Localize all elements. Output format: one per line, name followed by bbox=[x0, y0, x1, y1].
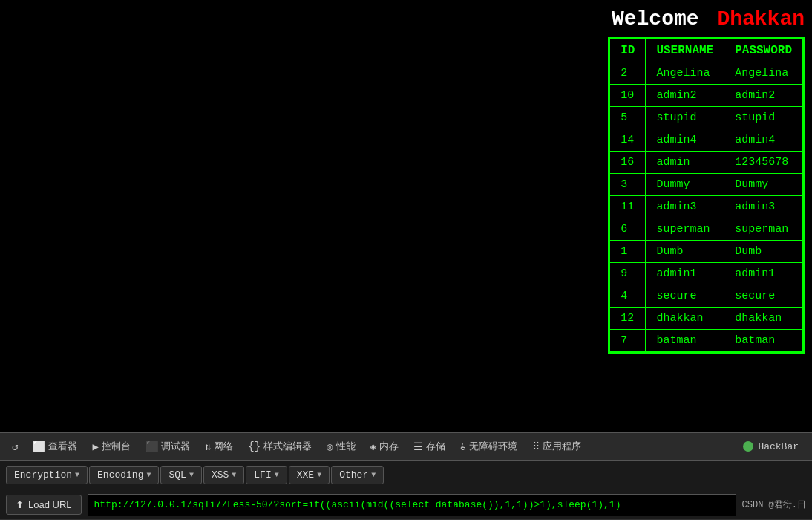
encryption-button[interactable]: Encryption ▼ bbox=[6, 466, 88, 484]
cell-password: admin2 bbox=[724, 85, 803, 107]
cell-password: superman bbox=[724, 218, 803, 241]
welcome-text: Welcome bbox=[612, 7, 699, 30]
cell-username: secure bbox=[646, 285, 724, 308]
table-row: 4securesecure bbox=[610, 285, 803, 308]
inspector-label: 查看器 bbox=[48, 440, 77, 453]
other-button[interactable]: Other ▼ bbox=[331, 466, 384, 484]
cell-password: Dummy bbox=[724, 174, 803, 196]
cell-password: stupid bbox=[724, 107, 803, 129]
network-label: 网络 bbox=[214, 440, 233, 453]
memory-label: 内存 bbox=[379, 440, 399, 453]
xss-dropdown-arrow: ▼ bbox=[232, 471, 236, 479]
cell-username: superman bbox=[646, 218, 724, 241]
encoding-dropdown-arrow: ▼ bbox=[146, 471, 151, 479]
refresh-icon: ↺ bbox=[12, 441, 18, 453]
cell-id: 2 bbox=[610, 62, 646, 85]
devtools-accessibility[interactable]: ♿ 无障碍环境 bbox=[454, 438, 523, 455]
cell-username: admin2 bbox=[646, 85, 724, 107]
cell-id: 10 bbox=[610, 85, 646, 107]
style-editor-icon: {} bbox=[248, 441, 261, 452]
cell-username: admin bbox=[646, 152, 724, 174]
sql-button[interactable]: SQL ▼ bbox=[160, 466, 201, 484]
performance-label: 性能 bbox=[336, 440, 356, 453]
cell-id: 1 bbox=[610, 241, 646, 263]
devtools-memory[interactable]: ◈ 内存 bbox=[364, 438, 405, 455]
load-url-button[interactable]: ⬆ Load URL bbox=[6, 495, 82, 515]
cell-password: admin1 bbox=[724, 263, 803, 285]
accessibility-icon: ♿ bbox=[460, 441, 466, 453]
encoding-button[interactable]: Encoding ▼ bbox=[89, 466, 159, 484]
storage-icon: ☰ bbox=[413, 441, 423, 453]
load-icon: ⬆ bbox=[16, 499, 24, 510]
devtools-refresh[interactable]: ↺ bbox=[6, 438, 24, 455]
cell-id: 11 bbox=[610, 196, 646, 218]
devtools-debugger[interactable]: ⬛ 调试器 bbox=[140, 438, 196, 455]
hackbar-label: HackBar bbox=[758, 441, 799, 452]
welcome-header: Welcome Dhakkan bbox=[612, 7, 805, 30]
table-row: 16admin12345678 bbox=[610, 152, 803, 174]
xxe-label: XXE bbox=[297, 469, 314, 481]
other-label: Other bbox=[339, 469, 368, 481]
cell-id: 7 bbox=[610, 330, 646, 352]
cell-username: batman bbox=[646, 330, 724, 352]
hackbar-button[interactable]: HackBar bbox=[736, 439, 806, 455]
users-table: ID USERNAME PASSWORD 2AngelinaAngelina10… bbox=[609, 39, 803, 352]
cell-password: secure bbox=[724, 285, 803, 308]
table-row: 5stupidstupid bbox=[610, 107, 803, 129]
cell-username: admin1 bbox=[646, 263, 724, 285]
table-row: 12dhakkandhakkan bbox=[610, 308, 803, 330]
xxe-button[interactable]: XXE ▼ bbox=[289, 466, 330, 484]
csdn-label: CSDN @君衍.日 bbox=[742, 498, 806, 511]
style-editor-label: 样式编辑器 bbox=[263, 440, 312, 453]
debugger-icon: ⬛ bbox=[145, 441, 158, 453]
cell-id: 3 bbox=[610, 174, 646, 196]
table-row: 10admin2admin2 bbox=[610, 85, 803, 107]
table-row: 11admin3admin3 bbox=[610, 196, 803, 218]
encoding-label: Encoding bbox=[97, 469, 143, 481]
cell-username: Dumb bbox=[646, 241, 724, 263]
hackbar-icon bbox=[743, 441, 753, 452]
devtools-performance[interactable]: ◎ 性能 bbox=[321, 438, 361, 455]
col-header-password: PASSWORD bbox=[724, 39, 803, 62]
console-label: 控制台 bbox=[102, 440, 131, 453]
sql-dropdown-arrow: ▼ bbox=[189, 471, 194, 479]
toolbar-bar: Encryption ▼ Encoding ▼ SQL ▼ XSS ▼ LFI … bbox=[0, 461, 812, 490]
url-input[interactable] bbox=[88, 494, 736, 516]
lfi-button[interactable]: LFI ▼ bbox=[246, 466, 287, 484]
cell-username: stupid bbox=[646, 107, 724, 129]
cell-password: admin4 bbox=[724, 129, 803, 152]
sql-label: SQL bbox=[168, 469, 186, 481]
network-icon: ⇅ bbox=[205, 441, 211, 453]
devtools-console[interactable]: ▶ 控制台 bbox=[86, 438, 136, 455]
xss-button[interactable]: XSS ▼ bbox=[203, 466, 244, 484]
application-icon: ⠿ bbox=[532, 441, 540, 453]
cell-username: admin4 bbox=[646, 129, 724, 152]
cell-id: 16 bbox=[610, 152, 646, 174]
table-row: 9admin1admin1 bbox=[610, 263, 803, 285]
cell-username: Angelina bbox=[646, 62, 724, 85]
cell-username: Dummy bbox=[646, 174, 724, 196]
data-table-container: ID USERNAME PASSWORD 2AngelinaAngelina10… bbox=[608, 37, 805, 354]
table-row: 7batmanbatman bbox=[610, 330, 803, 352]
cell-password: Dumb bbox=[724, 241, 803, 263]
console-icon: ▶ bbox=[92, 441, 98, 453]
cell-username: admin3 bbox=[646, 196, 724, 218]
welcome-name: Dhakkan bbox=[717, 7, 805, 30]
table-row: 3DummyDummy bbox=[610, 174, 803, 196]
devtools-style-editor[interactable]: {} 样式编辑器 bbox=[242, 438, 318, 455]
load-url-label: Load URL bbox=[28, 499, 72, 510]
lfi-label: LFI bbox=[254, 469, 271, 481]
other-dropdown-arrow: ▼ bbox=[371, 471, 376, 479]
devtools-network[interactable]: ⇅ 网络 bbox=[199, 438, 239, 455]
debugger-label: 调试器 bbox=[161, 440, 190, 453]
main-area: Welcome Dhakkan ID USERNAME PASSWORD 2An… bbox=[0, 0, 812, 432]
devtools-application[interactable]: ⠿ 应用程序 bbox=[526, 438, 587, 455]
application-label: 应用程序 bbox=[543, 440, 581, 453]
cell-password: batman bbox=[724, 330, 803, 352]
xss-label: XSS bbox=[212, 469, 229, 481]
cell-password: dhakkan bbox=[724, 308, 803, 330]
table-row: 1DumbDumb bbox=[610, 241, 803, 263]
table-row: 2AngelinaAngelina bbox=[610, 62, 803, 85]
devtools-storage[interactable]: ☰ 存储 bbox=[407, 438, 451, 455]
devtools-inspector[interactable]: ⬜ 查看器 bbox=[27, 438, 83, 455]
